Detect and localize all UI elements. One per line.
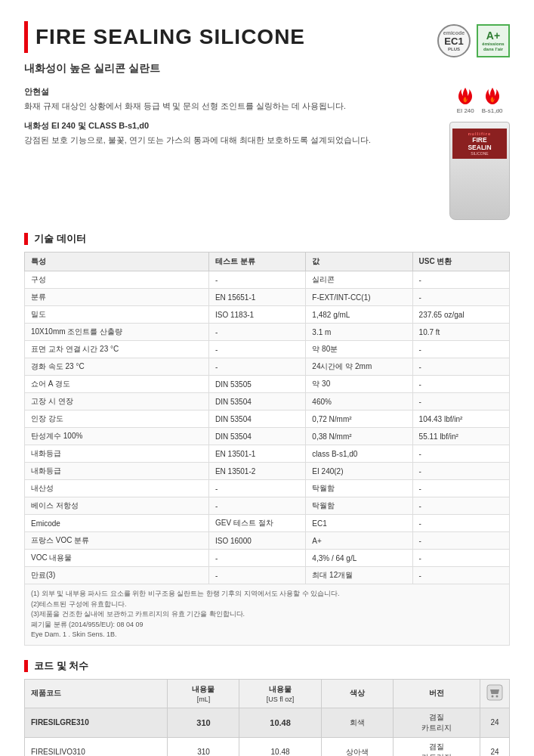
- desc-title-2: 내화성 EI 240 및 CLASS B-s1,d0: [24, 120, 434, 132]
- tech-test: EN 13501-1: [208, 445, 305, 463]
- tech-table-row: 경화 속도 23 °C - 24시간에 약 2mm -: [25, 358, 510, 376]
- tech-table-row: VOC 내용물 - 4,3% / 64 g/L -: [25, 550, 510, 567]
- tech-value: EI 240(2): [306, 463, 412, 480]
- tech-test: -: [208, 480, 305, 497]
- footnote-line: (3)제품을 건조한 실내에 보관하고 카트리지의 유효 기간을 확인합니다.: [31, 609, 503, 620]
- product-table-header-row: 제품코드 내용물[mL] 내용물[US fl oz] 색상 버전: [25, 679, 510, 708]
- product-section-bar: [24, 660, 28, 672]
- tech-property: 탄성계수 100%: [25, 428, 209, 445]
- tech-table-row: 탄성계수 100% DIN 53504 0,38 N/mm² 55.11 lbf…: [25, 428, 510, 445]
- tech-property: Emicode: [25, 515, 209, 532]
- col-vol-ml: 내용물[mL]: [168, 679, 239, 708]
- tech-table-row: 베이스 저항성 - 탁월함 -: [25, 497, 510, 515]
- subtitle: 내화성이 높은 실리콘 실란트: [24, 62, 510, 76]
- tech-value: EC1: [306, 515, 412, 532]
- tech-value: 탁월함: [306, 497, 412, 515]
- ec1-label-bottom: PLUS: [448, 47, 460, 51]
- footnote-line: (1) 외부 및 내부용 파사드 요소를 위한 비구조용 실란트는 한랭 기후의…: [31, 589, 503, 600]
- product-table-row: FIRESILIVO310 310 10.48 상아색 겸질카트리지 24: [25, 737, 510, 756]
- col-usc: USC 변환: [412, 253, 509, 271]
- tech-usc: 55.11 lbf/in²: [412, 428, 509, 445]
- product-qty: 24: [480, 737, 510, 756]
- tech-table-row: 만료(3) - 최대 12개월 -: [25, 567, 510, 584]
- tech-value: A+: [306, 532, 412, 550]
- product-version: 겸질카트리지: [393, 708, 480, 737]
- tech-usc: 10.7 ft: [412, 324, 509, 341]
- tech-property: 내산성: [25, 480, 209, 497]
- product-image-block: EI 240 B-s1,d0 nullifire FIRE SEALIN SIL…: [449, 86, 510, 220]
- tech-test: EN 15651-1: [208, 289, 305, 306]
- product-color: 회색: [321, 708, 393, 737]
- product-table-row: FIRESILGRE310 310 10.48 회색 겸질카트리지 24: [25, 708, 510, 737]
- col-vol-us: 내용물[US fl oz]: [239, 679, 321, 708]
- description-block: 안현설 화재 규제 대상인 상황에서 화재 등급 벽 및 문의 선형 조인트를 …: [24, 86, 449, 154]
- tech-table-row: 프랑스 VOC 분류 ISO 16000 A+ -: [25, 532, 510, 550]
- tech-table-row: 밀도 ISO 1183-1 1,482 g/mL 237.65 oz/gal: [25, 306, 510, 324]
- tube-label: nullifire FIRE SEALIN SILICONE: [452, 129, 507, 159]
- tech-value: 탁월함: [306, 480, 412, 497]
- product-vol-ml: 310: [168, 708, 239, 737]
- aplus-badge: A+ émissionsdans l'air: [477, 24, 510, 57]
- fire-icon-2: B-s1,d0: [482, 86, 503, 114]
- tech-test: -: [208, 497, 305, 515]
- tech-section-title: 기술 데이터: [34, 232, 86, 246]
- col-version: 버전: [393, 679, 480, 708]
- tech-footnote-area: (1) 외부 및 내부용 파사드 요소를 위한 비구조용 실란트는 한랭 기후의…: [24, 584, 510, 646]
- tech-usc: -: [412, 463, 509, 480]
- tech-value: class B-s1,d0: [306, 445, 412, 463]
- desc-text-2: 강점된 보호 기능으로, 불꽃, 연기 또는 가스의 통과에 대해 최대한 보호…: [24, 135, 434, 147]
- tech-usc: -: [412, 341, 509, 358]
- tech-usc: -: [412, 271, 509, 289]
- tech-test: -: [208, 324, 305, 341]
- tech-test: -: [208, 341, 305, 358]
- product-area: 안현설 화재 규제 대상인 상황에서 화재 등급 벽 및 문의 선형 조인트를 …: [24, 86, 510, 220]
- product-code: FIRESILGRE310: [25, 708, 168, 737]
- tech-property: 10X10mm 조인트를 산출량: [25, 324, 209, 341]
- tech-property: 프랑스 VOC 분류: [25, 532, 209, 550]
- col-test: 테스트 분류: [208, 253, 305, 271]
- tech-value: 약 30: [306, 376, 412, 393]
- tech-property: 밀도: [25, 306, 209, 324]
- tech-property: 경화 속도 23 °C: [25, 358, 209, 376]
- svg-point-2: [496, 696, 499, 698]
- tech-value: 0,38 N/mm²: [306, 428, 412, 445]
- flame-icon-2: [484, 86, 501, 107]
- tech-usc: -: [412, 497, 509, 515]
- cart-icon: [486, 684, 503, 701]
- product-qty: 24: [480, 708, 510, 737]
- tech-value: 4,3% / 64 g/L: [306, 550, 412, 567]
- col-value: 값: [306, 253, 412, 271]
- tech-value: 24시간에 약 2mm: [306, 358, 412, 376]
- tech-test: -: [208, 358, 305, 376]
- product-section-header: 코드 및 처수: [24, 659, 510, 673]
- tech-table-row: 쇼어 A 경도 DIN 53505 약 30 -: [25, 376, 510, 393]
- badges-area: emicode EC1 PLUS A+ émissionsdans l'air: [437, 24, 510, 57]
- product-tube-image: nullifire FIRE SEALIN SILICONE: [449, 122, 510, 220]
- title-bar-accent: [24, 21, 28, 53]
- product-version: 겸질카트리지: [393, 737, 480, 756]
- tech-table-row: 인장 강도 DIN 53504 0,72 N/mm² 104.43 lbf/in…: [25, 411, 510, 428]
- tech-property: 인장 강도: [25, 411, 209, 428]
- tech-value: 최대 12개월: [306, 567, 412, 584]
- tech-test: -: [208, 550, 305, 567]
- tech-property: 베이스 저항성: [25, 497, 209, 515]
- tech-value: 실리콘: [306, 271, 412, 289]
- tech-property: 내화등급: [25, 445, 209, 463]
- tech-section-bar: [24, 233, 28, 245]
- tube-title-1: FIRE: [472, 136, 486, 144]
- footnote-line: Eye Dam. 1 . Skin Sens. 1B.: [31, 630, 503, 640]
- tech-usc: -: [412, 393, 509, 411]
- tech-test: DIN 53505: [208, 376, 305, 393]
- tech-table-row: 표면 교차 연결 시간 23 °C - 약 80분 -: [25, 341, 510, 358]
- tech-value: 0,72 N/mm²: [306, 411, 412, 428]
- footnote-line: (2)테스트된 구성에 유효합니다.: [31, 600, 503, 610]
- tech-value: F-EXT/INT-CC(1): [306, 289, 412, 306]
- tech-property: 분류: [25, 289, 209, 306]
- ec1-label-top: emicode: [443, 30, 465, 36]
- header-row: FIRE SEALING SILICONE emicode EC1 PLUS A…: [24, 21, 510, 57]
- tech-test: -: [208, 271, 305, 289]
- product-vol-us: 10.48: [239, 708, 321, 737]
- tech-table-row: 내화등급 EN 13501-1 class B-s1,d0 -: [25, 445, 510, 463]
- tech-property: 내화등급: [25, 463, 209, 480]
- tech-usc: 237.65 oz/gal: [412, 306, 509, 324]
